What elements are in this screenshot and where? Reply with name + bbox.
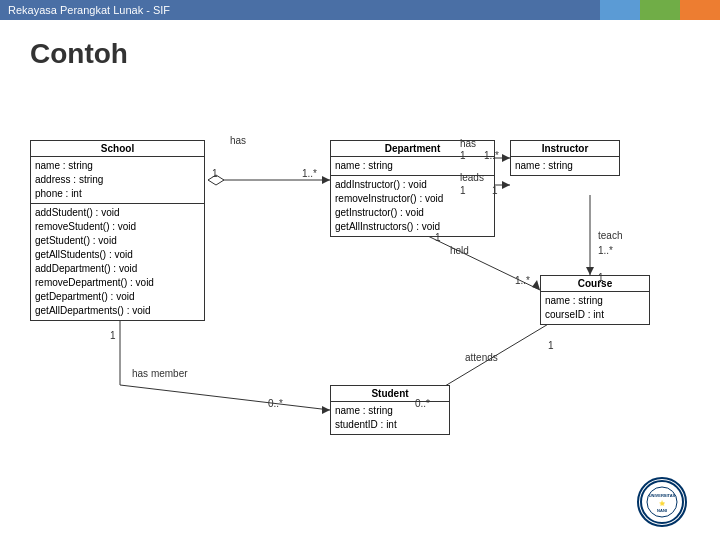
school-method-3: getStudent() : void	[35, 234, 200, 248]
svg-line-14	[120, 385, 330, 410]
label-1-dept: 1	[460, 150, 466, 161]
school-method-7: getDepartment() : void	[35, 290, 200, 304]
color-block-3	[680, 0, 720, 20]
color-bar	[600, 0, 720, 20]
svg-text:UNIVERSITAS: UNIVERSITAS	[649, 493, 676, 498]
header-bar: Rekayasa Perangkat Lunak - SIF	[0, 0, 720, 20]
label-held: held	[450, 245, 469, 256]
label-has-dept-inst: has	[460, 138, 476, 149]
school-method-8: getAllDepartments() : void	[35, 304, 200, 318]
school-attr-2: address : string	[35, 173, 200, 187]
label-1-school: 1	[212, 168, 218, 179]
instructor-title: Instructor	[511, 141, 619, 157]
school-box: School name : string address : string ph…	[30, 140, 205, 321]
label-has: has	[230, 135, 246, 146]
label-mult-held: 1..*	[515, 275, 530, 286]
dept-attr-1: name : string	[335, 159, 490, 173]
logo-circle: UNIVERSITAS ⭐ NANI	[637, 477, 687, 527]
school-methods: addStudent() : void removeStudent() : vo…	[31, 204, 204, 320]
course-attr-2: courseID : int	[545, 308, 645, 322]
student-box: Student name : string studentID : int	[330, 385, 450, 435]
uml-diagram: School name : string address : string ph…	[20, 80, 700, 540]
label-mult-dept: 1..*	[302, 168, 317, 179]
instructor-attributes: name : string	[511, 157, 619, 175]
school-title: School	[31, 141, 204, 157]
label-mult-teach2: 1	[598, 272, 604, 283]
dept-method-3: getInstructor() : void	[335, 206, 490, 220]
course-title: Course	[541, 276, 649, 292]
page-title: Contoh	[0, 20, 720, 80]
dept-method-2: removeInstructor() : void	[335, 192, 490, 206]
school-method-6: removeDepartment() : void	[35, 276, 200, 290]
school-attr-1: name : string	[35, 159, 200, 173]
instructor-box: Instructor name : string	[510, 140, 620, 176]
svg-marker-10	[532, 280, 540, 290]
label-teach: teach	[598, 230, 622, 241]
label-leads: leads	[460, 172, 484, 183]
label-mult-has-member: 0..*	[268, 398, 283, 409]
svg-marker-8	[586, 267, 594, 275]
label-has-member: has member	[132, 368, 188, 379]
label-1-held: 1	[435, 232, 441, 243]
instructor-attr-1: name : string	[515, 159, 615, 173]
course-attr-1: name : string	[545, 294, 645, 308]
svg-marker-16	[322, 406, 330, 414]
label-mult-attends1: 0..*	[415, 398, 430, 409]
color-block-2	[640, 0, 680, 20]
department-box: Department name : string addInstructor()…	[330, 140, 495, 237]
course-attributes: name : string courseID : int	[541, 292, 649, 324]
label-mult-inst: 1..*	[484, 150, 499, 161]
label-1-attends: 1	[548, 340, 554, 351]
course-box: Course name : string courseID : int	[540, 275, 650, 325]
school-attr-3: phone : int	[35, 187, 200, 201]
label-mult-teach1: 1..*	[598, 245, 613, 256]
school-attributes: name : string address : string phone : i…	[31, 157, 204, 204]
svg-marker-4	[502, 154, 510, 162]
label-attends: attends	[465, 352, 498, 363]
school-method-4: getAllStudents() : void	[35, 248, 200, 262]
dept-method-4: getAllInstructors() : void	[335, 220, 490, 234]
label-1-leads1: 1	[460, 185, 466, 196]
student-attributes: name : string studentID : int	[331, 402, 449, 434]
school-method-1: addStudent() : void	[35, 206, 200, 220]
department-methods: addInstructor() : void removeInstructor(…	[331, 176, 494, 236]
school-method-2: removeStudent() : void	[35, 220, 200, 234]
label-1-has-member: 1	[110, 330, 116, 341]
university-logo: UNIVERSITAS ⭐ NANI	[637, 477, 692, 532]
svg-text:NANI: NANI	[657, 508, 667, 513]
color-block-1	[600, 0, 640, 20]
student-attr-2: studentID : int	[335, 418, 445, 432]
svg-marker-2	[322, 176, 330, 184]
school-method-5: addDepartment() : void	[35, 262, 200, 276]
svg-marker-6	[502, 181, 510, 189]
label-1-leads2: 1	[492, 185, 498, 196]
header-title: Rekayasa Perangkat Lunak - SIF	[8, 4, 170, 16]
svg-text:⭐: ⭐	[659, 500, 666, 507]
student-title: Student	[331, 386, 449, 402]
